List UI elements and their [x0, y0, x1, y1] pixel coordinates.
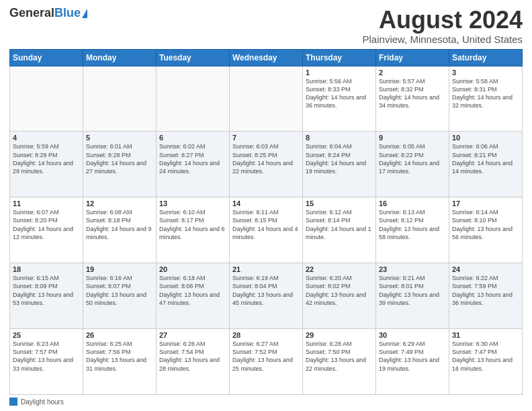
- calendar-day-cell: 27Sunrise: 6:26 AM Sunset: 7:54 PM Dayli…: [157, 329, 230, 395]
- day-number: 12: [86, 199, 153, 208]
- day-info: Sunrise: 6:22 AM Sunset: 7:59 PM Dayligh…: [452, 274, 519, 307]
- day-number: 25: [13, 331, 80, 339]
- day-info: Sunrise: 6:11 AM Sunset: 8:15 PM Dayligh…: [232, 208, 300, 241]
- calendar-day-cell: 8Sunrise: 6:04 AM Sunset: 8:24 PM Daylig…: [303, 132, 376, 197]
- calendar-day-cell: [157, 66, 230, 132]
- calendar-day-cell: 20Sunrise: 6:18 AM Sunset: 8:06 PM Dayli…: [157, 263, 230, 329]
- calendar-header-thursday: Thursday: [303, 49, 376, 66]
- day-info: Sunrise: 5:59 AM Sunset: 8:29 PM Dayligh…: [13, 142, 80, 175]
- day-number: 28: [232, 331, 300, 339]
- day-info: Sunrise: 5:56 AM Sunset: 8:33 PM Dayligh…: [306, 77, 373, 110]
- day-info: Sunrise: 6:03 AM Sunset: 8:25 PM Dayligh…: [232, 142, 300, 175]
- day-number: 4: [13, 134, 80, 142]
- calendar-day-cell: 14Sunrise: 6:11 AM Sunset: 8:15 PM Dayli…: [230, 197, 303, 263]
- day-number: 9: [379, 134, 446, 142]
- day-info: Sunrise: 6:15 AM Sunset: 8:09 PM Dayligh…: [13, 274, 80, 307]
- day-number: 6: [159, 134, 226, 142]
- calendar-day-cell: 26Sunrise: 6:25 AM Sunset: 7:56 PM Dayli…: [83, 329, 157, 395]
- footer: Daylight hours: [9, 398, 523, 406]
- day-info: Sunrise: 6:14 AM Sunset: 8:10 PM Dayligh…: [452, 208, 519, 241]
- day-info: Sunrise: 6:26 AM Sunset: 7:54 PM Dayligh…: [159, 340, 226, 373]
- day-info: Sunrise: 5:57 AM Sunset: 8:32 PM Dayligh…: [379, 77, 446, 110]
- calendar-day-cell: 13Sunrise: 6:10 AM Sunset: 8:17 PM Dayli…: [157, 197, 230, 263]
- day-info: Sunrise: 6:27 AM Sunset: 7:52 PM Dayligh…: [232, 340, 300, 373]
- day-number: 16: [379, 199, 446, 208]
- logo: GeneralBlue: [9, 7, 87, 20]
- day-number: 27: [159, 331, 226, 339]
- month-year-title: August 2024: [363, 7, 523, 34]
- page: GeneralBlue August 2024 Plainview, Minne…: [0, 0, 532, 411]
- header: GeneralBlue August 2024 Plainview, Minne…: [9, 7, 523, 45]
- day-number: 17: [452, 199, 519, 208]
- day-info: Sunrise: 6:25 AM Sunset: 7:56 PM Dayligh…: [86, 340, 153, 373]
- day-number: 26: [86, 331, 153, 339]
- day-info: Sunrise: 6:07 AM Sunset: 8:20 PM Dayligh…: [13, 208, 80, 241]
- calendar-week-row: 18Sunrise: 6:15 AM Sunset: 8:09 PM Dayli…: [10, 263, 523, 329]
- calendar-day-cell: 28Sunrise: 6:27 AM Sunset: 7:52 PM Dayli…: [230, 329, 303, 395]
- daylight-label: Daylight hours: [21, 398, 64, 406]
- calendar-day-cell: 31Sunrise: 6:30 AM Sunset: 7:47 PM Dayli…: [449, 329, 523, 395]
- calendar-header-sunday: Sunday: [10, 49, 83, 66]
- calendar-table: SundayMondayTuesdayWednesdayThursdayFrid…: [9, 49, 523, 395]
- day-info: Sunrise: 6:05 AM Sunset: 8:22 PM Dayligh…: [379, 142, 446, 175]
- calendar-week-row: 1Sunrise: 5:56 AM Sunset: 8:33 PM Daylig…: [10, 66, 523, 132]
- daylight-dot-icon: [9, 398, 17, 406]
- day-number: 19: [86, 265, 153, 273]
- day-number: 5: [86, 134, 153, 142]
- calendar-day-cell: 25Sunrise: 6:23 AM Sunset: 7:57 PM Dayli…: [10, 329, 83, 395]
- calendar-day-cell: [10, 66, 83, 132]
- day-info: Sunrise: 6:10 AM Sunset: 8:17 PM Dayligh…: [159, 208, 226, 241]
- day-info: Sunrise: 6:20 AM Sunset: 8:02 PM Dayligh…: [306, 274, 373, 307]
- calendar-week-row: 11Sunrise: 6:07 AM Sunset: 8:20 PM Dayli…: [10, 197, 523, 263]
- calendar-day-cell: 10Sunrise: 6:06 AM Sunset: 8:21 PM Dayli…: [449, 132, 523, 197]
- calendar-day-cell: 11Sunrise: 6:07 AM Sunset: 8:20 PM Dayli…: [10, 197, 83, 263]
- day-number: 10: [452, 134, 519, 142]
- day-number: 11: [13, 199, 80, 208]
- calendar-day-cell: [230, 66, 303, 132]
- day-number: 1: [306, 68, 373, 77]
- calendar-day-cell: 2Sunrise: 5:57 AM Sunset: 8:32 PM Daylig…: [376, 66, 449, 132]
- calendar-day-cell: 17Sunrise: 6:14 AM Sunset: 8:10 PM Dayli…: [449, 197, 523, 263]
- calendar-day-cell: 18Sunrise: 6:15 AM Sunset: 8:09 PM Dayli…: [10, 263, 83, 329]
- day-info: Sunrise: 6:01 AM Sunset: 8:28 PM Dayligh…: [86, 142, 153, 175]
- day-info: Sunrise: 6:30 AM Sunset: 7:47 PM Dayligh…: [452, 340, 519, 373]
- day-info: Sunrise: 6:06 AM Sunset: 8:21 PM Dayligh…: [452, 142, 519, 175]
- location-subtitle: Plainview, Minnesota, United States: [363, 34, 523, 45]
- calendar-day-cell: 15Sunrise: 6:12 AM Sunset: 8:14 PM Dayli…: [303, 197, 376, 263]
- calendar-day-cell: 6Sunrise: 6:02 AM Sunset: 8:27 PM Daylig…: [157, 132, 230, 197]
- calendar-header-wednesday: Wednesday: [230, 49, 303, 66]
- calendar-day-cell: 19Sunrise: 6:16 AM Sunset: 8:07 PM Dayli…: [83, 263, 157, 329]
- day-info: Sunrise: 5:58 AM Sunset: 8:31 PM Dayligh…: [452, 77, 519, 110]
- day-number: 15: [306, 199, 373, 208]
- day-info: Sunrise: 6:29 AM Sunset: 7:49 PM Dayligh…: [379, 340, 446, 373]
- calendar-day-cell: [83, 66, 157, 132]
- calendar-header-saturday: Saturday: [449, 49, 523, 66]
- calendar-week-row: 25Sunrise: 6:23 AM Sunset: 7:57 PM Dayli…: [10, 329, 523, 395]
- calendar-header-tuesday: Tuesday: [157, 49, 230, 66]
- day-info: Sunrise: 6:16 AM Sunset: 8:07 PM Dayligh…: [86, 274, 153, 307]
- logo-text: GeneralBlue: [9, 7, 81, 20]
- calendar-header-monday: Monday: [83, 49, 157, 66]
- day-number: 30: [379, 331, 446, 339]
- day-number: 13: [159, 199, 226, 208]
- day-info: Sunrise: 6:21 AM Sunset: 8:01 PM Dayligh…: [379, 274, 446, 307]
- calendar-day-cell: 4Sunrise: 5:59 AM Sunset: 8:29 PM Daylig…: [10, 132, 83, 197]
- calendar-day-cell: 9Sunrise: 6:05 AM Sunset: 8:22 PM Daylig…: [376, 132, 449, 197]
- day-number: 24: [452, 265, 519, 273]
- logo-general: General: [9, 6, 54, 19]
- day-info: Sunrise: 6:18 AM Sunset: 8:06 PM Dayligh…: [159, 274, 226, 307]
- calendar-day-cell: 21Sunrise: 6:19 AM Sunset: 8:04 PM Dayli…: [230, 263, 303, 329]
- day-number: 2: [379, 68, 446, 77]
- title-block: August 2024 Plainview, Minnesota, United…: [363, 7, 523, 45]
- calendar-day-cell: 30Sunrise: 6:29 AM Sunset: 7:49 PM Dayli…: [376, 329, 449, 395]
- day-number: 14: [232, 199, 300, 208]
- day-number: 31: [452, 331, 519, 339]
- day-number: 20: [159, 265, 226, 273]
- day-info: Sunrise: 6:23 AM Sunset: 7:57 PM Dayligh…: [13, 340, 80, 373]
- day-number: 21: [232, 265, 300, 273]
- day-info: Sunrise: 6:28 AM Sunset: 7:50 PM Dayligh…: [306, 340, 373, 373]
- calendar-week-row: 4Sunrise: 5:59 AM Sunset: 8:29 PM Daylig…: [10, 132, 523, 197]
- day-number: 8: [306, 134, 373, 142]
- day-info: Sunrise: 6:13 AM Sunset: 8:12 PM Dayligh…: [379, 208, 446, 241]
- logo-triangle-icon: [82, 9, 87, 18]
